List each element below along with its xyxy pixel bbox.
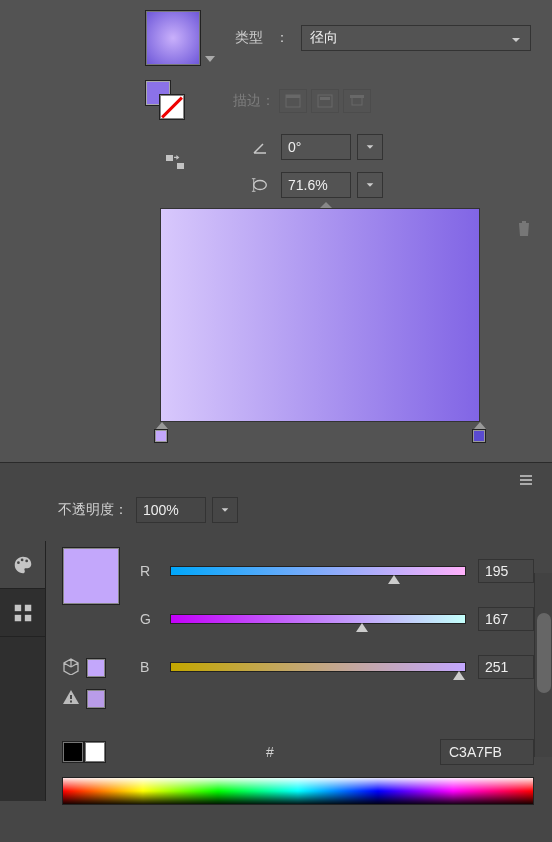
- g-slider-thumb[interactable]: [356, 623, 368, 632]
- black-white-swatch[interactable]: [62, 741, 106, 763]
- stroke-inside-button[interactable]: [279, 89, 307, 113]
- svg-rect-14: [70, 701, 72, 703]
- spectrum-picker[interactable]: [62, 777, 534, 805]
- opacity-field[interactable]: 100%: [136, 497, 206, 523]
- g-slider[interactable]: [170, 614, 466, 624]
- svg-rect-2: [318, 95, 332, 107]
- no-stroke-swatch[interactable]: [159, 94, 185, 120]
- svg-rect-13: [70, 695, 72, 699]
- color-tab[interactable]: [0, 541, 45, 589]
- svg-rect-11: [14, 614, 20, 620]
- stroke-center-button[interactable]: [311, 89, 339, 113]
- opacity-label: 不透明度: [58, 501, 114, 519]
- r-slider[interactable]: [170, 566, 466, 576]
- black-swatch[interactable]: [62, 741, 84, 763]
- gradient-stop-right[interactable]: [472, 429, 486, 443]
- swatches-tab[interactable]: [0, 589, 45, 637]
- b-slider-thumb[interactable]: [453, 671, 465, 680]
- gradient-type-value: 径向: [310, 29, 338, 47]
- angle-field[interactable]: 0°: [281, 134, 351, 160]
- svg-rect-7: [177, 163, 184, 169]
- gradient-type-dropdown[interactable]: 径向: [301, 25, 531, 51]
- color-control-area: R 195 G 167 B 251: [62, 547, 534, 605]
- stroke-label: 描边: [233, 92, 261, 110]
- r-slider-thumb[interactable]: [388, 575, 400, 584]
- gradient-panel: 类型 ： 径向 描边 ： 0°: [0, 0, 552, 462]
- gradient-preview-swatch[interactable]: [145, 10, 201, 66]
- svg-rect-3: [320, 97, 330, 100]
- gradient-stop-left[interactable]: [154, 429, 168, 443]
- svg-rect-9: [14, 604, 20, 610]
- opacity-dropdown-button[interactable]: [212, 497, 238, 523]
- current-color-swatch[interactable]: [62, 547, 120, 605]
- scrollbar-thumb[interactable]: [537, 613, 551, 693]
- color-panel: 不透明度 ： 100% R: [0, 462, 552, 842]
- reverse-gradient-icon[interactable]: [165, 152, 187, 175]
- gradient-midpoint-marker[interactable]: [320, 196, 332, 208]
- trash-icon[interactable]: [514, 218, 534, 241]
- svg-rect-5: [350, 95, 364, 98]
- stroke-outside-button[interactable]: [343, 89, 371, 113]
- mini-swatch-1[interactable]: [86, 658, 106, 678]
- gradient-ramp[interactable]: [160, 208, 480, 422]
- r-value-field[interactable]: 195: [478, 559, 534, 583]
- angle-dropdown-button[interactable]: [357, 134, 383, 160]
- svg-rect-10: [24, 604, 30, 610]
- b-label: B: [140, 659, 158, 675]
- type-label: 类型: [235, 29, 263, 47]
- cube-3d-icon[interactable]: [62, 657, 80, 678]
- b-slider[interactable]: [170, 662, 466, 672]
- svg-point-8: [254, 181, 267, 190]
- g-value-field[interactable]: 167: [478, 607, 534, 631]
- svg-rect-12: [24, 614, 30, 620]
- fill-stroke-swatch[interactable]: [145, 80, 187, 122]
- svg-rect-4: [352, 97, 362, 105]
- panel-toolstrip: [0, 541, 46, 801]
- b-value-field[interactable]: 251: [478, 655, 534, 679]
- r-label: R: [140, 563, 158, 579]
- chevron-down-icon: [510, 33, 522, 49]
- aspect-dropdown-button[interactable]: [357, 172, 383, 198]
- svg-rect-6: [166, 155, 173, 161]
- hash-label: #: [266, 744, 274, 760]
- aspect-ratio-icon: [245, 172, 275, 198]
- white-swatch[interactable]: [84, 741, 106, 763]
- hex-field[interactable]: C3A7FB: [440, 739, 534, 765]
- mini-swatch-2[interactable]: [86, 689, 106, 709]
- svg-rect-1: [286, 95, 300, 98]
- panel-menu-icon[interactable]: [518, 473, 534, 490]
- aspect-field[interactable]: 71.6%: [281, 172, 351, 198]
- scrollbar[interactable]: [534, 573, 552, 757]
- angle-icon: [245, 134, 275, 160]
- g-label: G: [140, 611, 158, 627]
- warning-icon[interactable]: [62, 688, 80, 709]
- type-colon: ：: [275, 29, 289, 47]
